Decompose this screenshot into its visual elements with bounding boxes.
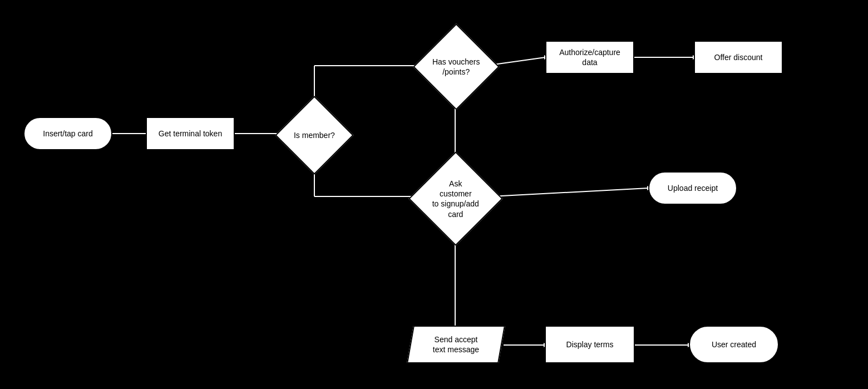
is-member-node: Is member? — [273, 102, 356, 169]
has-vouchers-node: Has vouchers/points? — [415, 31, 498, 103]
authorize-capture-node: Authorize/capturedata — [545, 41, 634, 74]
ask-customer-node: Askcustomerto signup/addcard — [415, 157, 497, 240]
user-created-node: User created — [689, 326, 779, 363]
insert-tap-card-node: Insert/tap card — [23, 117, 112, 150]
display-terms-node: Display terms — [545, 326, 635, 363]
svg-line-14 — [491, 188, 648, 196]
offer-discount-node: Offer discount — [694, 41, 783, 74]
diagram-container: Insert/tap card Get terminal token Is me… — [0, 0, 868, 389]
upload-receipt-node: Upload receipt — [648, 171, 737, 205]
get-terminal-token-node: Get terminal token — [146, 117, 235, 150]
send-accept-node: Send accepttext message — [410, 326, 502, 363]
